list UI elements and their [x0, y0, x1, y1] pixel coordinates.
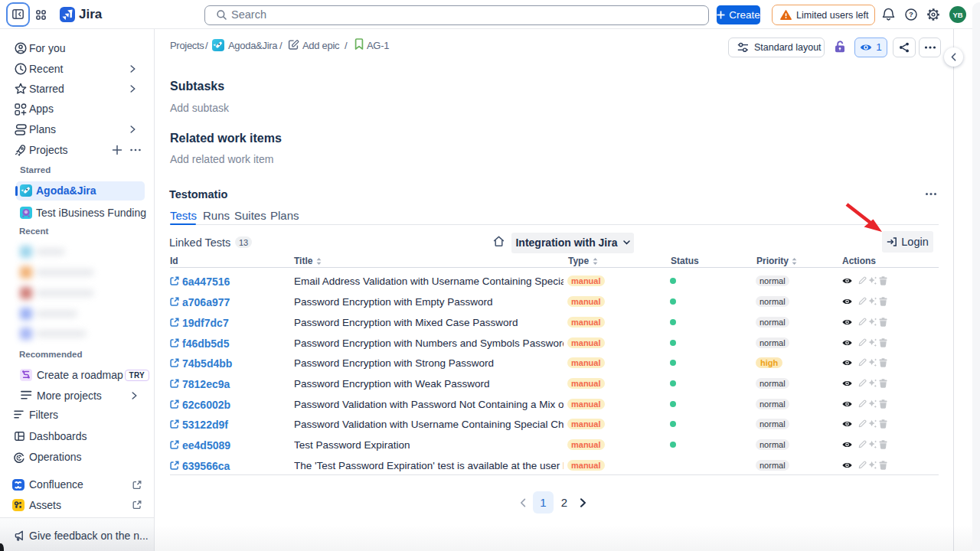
- svg-text:?: ?: [909, 10, 913, 18]
